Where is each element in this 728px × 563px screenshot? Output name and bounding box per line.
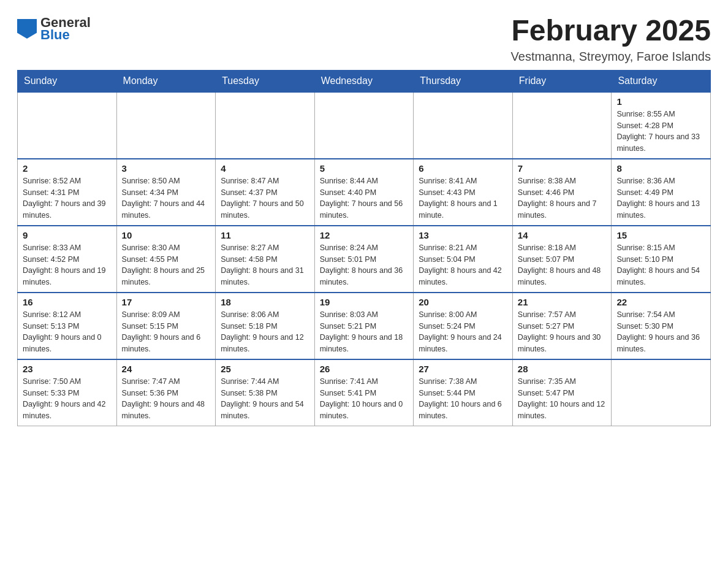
title-area: February 2025 Vestmanna, Streymoy, Faroe… [511, 15, 711, 64]
day-info: Sunrise: 8:41 AM Sunset: 4:43 PM Dayligh… [419, 175, 507, 221]
day-number: 13 [419, 230, 507, 240]
day-number: 21 [518, 297, 607, 307]
calendar-cell: 6Sunrise: 8:41 AM Sunset: 4:43 PM Daylig… [414, 159, 513, 226]
day-number: 2 [23, 163, 112, 174]
calendar-week-row: 9Sunrise: 8:33 AM Sunset: 4:52 PM Daylig… [18, 226, 711, 293]
day-info: Sunrise: 8:06 AM Sunset: 5:18 PM Dayligh… [221, 309, 309, 355]
calendar-cell [512, 92, 612, 159]
day-info: Sunrise: 8:00 AM Sunset: 5:24 PM Dayligh… [419, 309, 507, 355]
day-number: 22 [616, 297, 705, 307]
col-tuesday: Tuesday [216, 70, 315, 92]
day-info: Sunrise: 8:27 AM Sunset: 4:58 PM Dayligh… [221, 242, 309, 288]
day-number: 5 [320, 163, 409, 174]
calendar-cell: 26Sunrise: 7:41 AM Sunset: 5:41 PM Dayli… [314, 359, 414, 426]
day-number: 9 [23, 230, 112, 240]
calendar-cell [314, 92, 414, 159]
day-number: 25 [221, 364, 309, 374]
day-info: Sunrise: 8:03 AM Sunset: 5:21 PM Dayligh… [320, 309, 409, 355]
day-info: Sunrise: 8:38 AM Sunset: 4:46 PM Dayligh… [518, 175, 607, 221]
day-number: 4 [221, 163, 309, 174]
calendar-week-row: 23Sunrise: 7:50 AM Sunset: 5:33 PM Dayli… [18, 359, 711, 426]
day-info: Sunrise: 8:52 AM Sunset: 4:31 PM Dayligh… [23, 175, 112, 221]
calendar-cell: 16Sunrise: 8:12 AM Sunset: 5:13 PM Dayli… [18, 293, 117, 359]
calendar-cell: 8Sunrise: 8:36 AM Sunset: 4:49 PM Daylig… [612, 159, 711, 226]
calendar-cell: 7Sunrise: 8:38 AM Sunset: 4:46 PM Daylig… [512, 159, 612, 226]
day-info: Sunrise: 7:57 AM Sunset: 5:27 PM Dayligh… [518, 309, 607, 355]
page-header: General Blue February 2025 Vestmanna, St… [17, 15, 711, 64]
day-number: 20 [419, 297, 507, 307]
calendar-cell: 13Sunrise: 8:21 AM Sunset: 5:04 PM Dayli… [414, 226, 513, 293]
day-number: 1 [616, 96, 705, 107]
day-info: Sunrise: 8:12 AM Sunset: 5:13 PM Dayligh… [23, 309, 112, 355]
day-number: 15 [616, 230, 705, 240]
col-friday: Friday [512, 70, 612, 92]
calendar-cell: 25Sunrise: 7:44 AM Sunset: 5:38 PM Dayli… [216, 359, 315, 426]
calendar-cell: 14Sunrise: 8:18 AM Sunset: 5:07 PM Dayli… [512, 226, 612, 293]
day-number: 6 [419, 163, 507, 174]
day-number: 28 [518, 364, 607, 374]
day-number: 17 [122, 297, 211, 307]
day-info: Sunrise: 7:35 AM Sunset: 5:47 PM Dayligh… [518, 376, 607, 422]
calendar-cell: 23Sunrise: 7:50 AM Sunset: 5:33 PM Dayli… [18, 359, 117, 426]
calendar-cell [216, 92, 315, 159]
calendar-week-row: 1Sunrise: 8:55 AM Sunset: 4:28 PM Daylig… [18, 92, 711, 159]
calendar-cell: 1Sunrise: 8:55 AM Sunset: 4:28 PM Daylig… [612, 92, 711, 159]
day-info: Sunrise: 8:09 AM Sunset: 5:15 PM Dayligh… [122, 309, 211, 355]
day-number: 19 [320, 297, 409, 307]
day-info: Sunrise: 8:21 AM Sunset: 5:04 PM Dayligh… [419, 242, 507, 288]
day-number: 16 [23, 297, 112, 307]
calendar-cell: 19Sunrise: 8:03 AM Sunset: 5:21 PM Dayli… [314, 293, 414, 359]
day-number: 12 [320, 230, 409, 240]
calendar-cell: 12Sunrise: 8:24 AM Sunset: 5:01 PM Dayli… [314, 226, 414, 293]
col-monday: Monday [116, 70, 216, 92]
day-number: 18 [221, 297, 309, 307]
day-number: 14 [518, 230, 607, 240]
day-number: 11 [221, 230, 309, 240]
calendar-cell: 20Sunrise: 8:00 AM Sunset: 5:24 PM Dayli… [414, 293, 513, 359]
day-info: Sunrise: 7:54 AM Sunset: 5:30 PM Dayligh… [616, 309, 705, 355]
day-info: Sunrise: 8:50 AM Sunset: 4:34 PM Dayligh… [122, 175, 211, 221]
logo-blue-text: Blue [40, 27, 91, 43]
day-info: Sunrise: 7:38 AM Sunset: 5:44 PM Dayligh… [419, 376, 507, 422]
calendar-cell [414, 92, 513, 159]
day-info: Sunrise: 8:36 AM Sunset: 4:49 PM Dayligh… [616, 175, 705, 221]
day-number: 10 [122, 230, 211, 240]
calendar-cell: 17Sunrise: 8:09 AM Sunset: 5:15 PM Dayli… [116, 293, 216, 359]
calendar-week-row: 16Sunrise: 8:12 AM Sunset: 5:13 PM Dayli… [18, 293, 711, 359]
day-info: Sunrise: 8:55 AM Sunset: 4:28 PM Dayligh… [616, 109, 705, 155]
day-number: 27 [419, 364, 507, 374]
calendar-cell: 18Sunrise: 8:06 AM Sunset: 5:18 PM Dayli… [216, 293, 315, 359]
calendar-header-row: Sunday Monday Tuesday Wednesday Thursday… [18, 70, 711, 92]
calendar-cell: 28Sunrise: 7:35 AM Sunset: 5:47 PM Dayli… [512, 359, 612, 426]
day-info: Sunrise: 7:41 AM Sunset: 5:41 PM Dayligh… [320, 376, 409, 422]
calendar-cell: 4Sunrise: 8:47 AM Sunset: 4:37 PM Daylig… [216, 159, 315, 226]
col-saturday: Saturday [612, 70, 711, 92]
month-year-title: February 2025 [511, 15, 711, 47]
calendar-cell [612, 359, 711, 426]
col-thursday: Thursday [414, 70, 513, 92]
calendar-cell: 11Sunrise: 8:27 AM Sunset: 4:58 PM Dayli… [216, 226, 315, 293]
calendar-cell: 22Sunrise: 7:54 AM Sunset: 5:30 PM Dayli… [612, 293, 711, 359]
day-number: 8 [616, 163, 705, 174]
calendar-cell: 10Sunrise: 8:30 AM Sunset: 4:55 PM Dayli… [116, 226, 216, 293]
day-info: Sunrise: 7:44 AM Sunset: 5:38 PM Dayligh… [221, 376, 309, 422]
location-subtitle: Vestmanna, Streymoy, Faroe Islands [511, 50, 711, 64]
day-number: 26 [320, 364, 409, 374]
calendar-cell: 27Sunrise: 7:38 AM Sunset: 5:44 PM Dayli… [414, 359, 513, 426]
calendar-cell: 2Sunrise: 8:52 AM Sunset: 4:31 PM Daylig… [18, 159, 117, 226]
logo: General Blue [17, 15, 91, 43]
day-info: Sunrise: 7:47 AM Sunset: 5:36 PM Dayligh… [122, 376, 211, 422]
col-wednesday: Wednesday [314, 70, 414, 92]
day-number: 24 [122, 364, 211, 374]
calendar-cell: 21Sunrise: 7:57 AM Sunset: 5:27 PM Dayli… [512, 293, 612, 359]
day-number: 3 [122, 163, 211, 174]
day-number: 23 [23, 364, 112, 374]
day-info: Sunrise: 8:33 AM Sunset: 4:52 PM Dayligh… [23, 242, 112, 288]
calendar-cell: 5Sunrise: 8:44 AM Sunset: 4:40 PM Daylig… [314, 159, 414, 226]
day-info: Sunrise: 8:24 AM Sunset: 5:01 PM Dayligh… [320, 242, 409, 288]
day-info: Sunrise: 8:30 AM Sunset: 4:55 PM Dayligh… [122, 242, 211, 288]
day-number: 7 [518, 163, 607, 174]
calendar-cell: 24Sunrise: 7:47 AM Sunset: 5:36 PM Dayli… [116, 359, 216, 426]
day-info: Sunrise: 8:15 AM Sunset: 5:10 PM Dayligh… [616, 242, 705, 288]
calendar-table: Sunday Monday Tuesday Wednesday Thursday… [17, 70, 711, 426]
